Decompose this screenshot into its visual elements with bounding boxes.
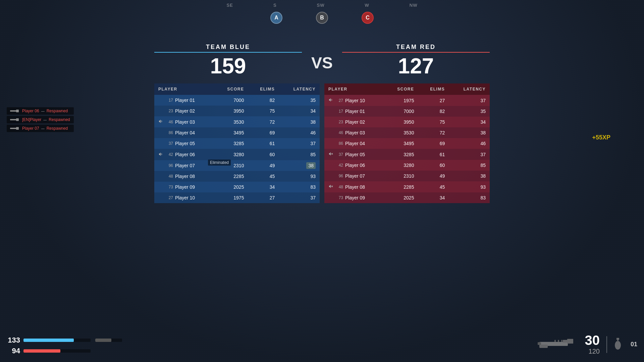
blue-table-body: 17 Player 01 7000 82 35 23 Player 02 395… [154,95,320,203]
player-name: Player 10 [345,98,365,103]
player-name: Player 03 [175,119,195,125]
elims-cell: 69 [418,138,449,149]
elims-cell: 60 [418,160,449,171]
player-num: 96 [336,174,343,178]
health-bar-secondary [95,339,122,342]
player-name: Player 07 [175,163,195,168]
kill-feed-icon [10,126,20,131]
elims-cell: 72 [418,127,449,138]
player-name: Player 09 [345,195,365,200]
player-cell: 48 Player 08 [324,181,384,192]
elims-cell: 34 [248,182,279,192]
player-name: Player 06 [175,152,195,157]
mute-icon[interactable] [328,152,334,157]
elims-cell: 82 [248,95,279,106]
player-name: Player 01 [345,109,365,114]
player-cell: 96 Player 07 [154,160,214,171]
table-row: 37 Player 05 3285 61 37 [324,149,490,160]
ammo-current: 30 [585,334,600,347]
player-num: 17 [336,109,343,114]
elims-cell: 72 [248,116,279,127]
player-num: 23 [166,109,173,113]
table-row: 23 Player 02 3950 75 34 [154,106,320,116]
team-blue-table: PLAYER SCORE ELIMS LATENCY 17 Player 01 … [154,83,320,203]
score-cell: 3280 [214,149,248,160]
kill-killer-name: Player 06 [22,109,39,113]
player-num: 17 [166,98,173,103]
latency-cell: 37 [279,192,320,203]
player-cell: 37 Player 05 [154,138,214,149]
grenade-icon [614,338,624,351]
svg-rect-14 [539,345,548,348]
table-row: 48 Player 08 2285 45 93 [324,181,490,192]
mute-icon[interactable] [158,119,164,125]
vs-label: VS [311,54,333,72]
map-icon-b[interactable]: B [316,12,328,24]
score-cell: 7000 [384,106,418,117]
player-cell: 23 Player 02 [154,106,214,116]
player-name: Player 05 [345,152,365,157]
tables-container: PLAYER SCORE ELIMS LATENCY 17 Player 01 … [154,83,490,203]
latency-cell: 46 [449,138,490,149]
kill-separator: — [41,109,45,113]
kill-action: Respawned [49,117,70,122]
team-blue-header: TEAM BLUE 159 [154,44,302,77]
latency-cell: 34 [279,106,320,116]
mute-icon[interactable] [328,184,334,190]
table-row: 86 Player 04 3495 69 46 [154,127,320,138]
score-cell: 2285 [214,171,248,182]
player-cell: 96 Player 07 [324,171,384,181]
team-red-table: PLAYER SCORE ELIMS LATENCY 27 Player 10 … [324,83,490,203]
table-row: 96 Player 07 2310 49 38 [324,171,490,181]
elims-cell: 60 [248,149,279,160]
compass-se: SE [227,3,233,8]
score-cell: 3530 [384,127,418,138]
mute-icon[interactable] [328,98,334,103]
player-cell: 27 Player 10 [154,192,214,203]
kill-action: Respawned [47,126,68,131]
latency-cell: 83 [449,192,490,203]
mute-icon[interactable] [158,152,164,158]
table-row: 48 Player 08 2285 45 93 [154,171,320,182]
elims-cell: 61 [418,149,449,160]
red-table-body: 27 Player 10 1975 27 37 17 Player 01 700… [324,95,490,203]
red-table-header: PLAYER SCORE ELIMS LATENCY [324,83,490,95]
latency-cell: 35 [279,95,320,106]
latency-cell: 46 [279,127,320,138]
player-cell: 23 Player 02 [324,117,384,127]
elims-cell: 49 [248,160,279,171]
col-latency-red: LATENCY [449,83,490,95]
score-cell: 2025 [384,192,418,203]
col-player-blue: PLAYER [154,83,214,95]
svg-rect-18 [538,342,541,345]
score-cell: 3285 [214,138,248,149]
elims-cell: 61 [248,138,279,149]
compass-s: S [273,3,277,8]
map-icon-c[interactable]: C [362,12,374,24]
elims-cell: 82 [418,106,449,117]
armor-value: 94 [7,347,20,355]
svg-point-20 [615,341,621,350]
player-num: 23 [336,120,343,124]
compass-sw: SW [317,3,325,8]
table-row: 86 Player 04 3495 69 46 [324,138,490,149]
latency-cell: 37 [279,138,320,149]
player-num: 86 [336,141,343,146]
player-name: Player 05 [175,141,195,146]
team-blue-name: TEAM BLUE [154,44,302,51]
team-blue-underline [154,52,302,53]
score-cell: 2310 [384,171,418,181]
svg-rect-17 [561,340,562,342]
elims-cell: 69 [248,127,279,138]
team-red-score: 127 [342,55,490,77]
health-bar-fill [23,339,74,342]
map-icon-a[interactable]: A [270,12,282,24]
eliminated-overlay: Eliminated [208,160,231,166]
score-cell: 2285 [384,181,418,192]
weapon-icon [538,337,578,352]
elims-cell: 34 [418,192,449,203]
col-player-red: PLAYER [324,83,384,95]
player-name: Player 04 [175,130,195,135]
scoreboard: TEAM BLUE 159 VS TEAM RED 127 PLAYER SCO… [154,44,490,203]
weapon-hud: 30 120 01 [538,334,637,355]
